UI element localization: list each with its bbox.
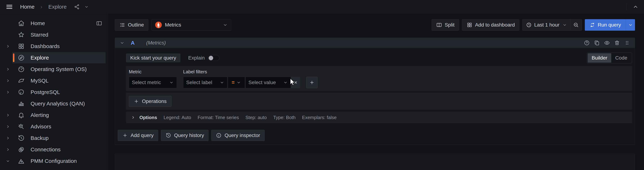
- run-query-button[interactable]: Run query: [585, 19, 626, 31]
- select-value-dropdown[interactable]: Select value: [245, 77, 291, 88]
- drag-query-handle[interactable]: [624, 40, 630, 46]
- sidebar-item-label: Starred: [30, 32, 48, 38]
- expand-chevron-icon[interactable]: [4, 113, 12, 117]
- sidebar-item-operating-system[interactable]: Operating System (OS): [12, 64, 106, 75]
- sidebar-item-label: Alerting: [30, 112, 49, 118]
- trash-icon: [614, 40, 620, 46]
- breadcrumb-home[interactable]: Home: [20, 4, 34, 10]
- mysql-dolphin-icon: [18, 77, 25, 84]
- dock-sidebar-button[interactable]: [96, 20, 102, 26]
- options-step: Step: auto: [245, 115, 267, 120]
- expand-chevron-icon[interactable]: [4, 136, 12, 140]
- add-to-dashboard-label: Add to dashboard: [475, 22, 515, 28]
- add-filter-button[interactable]: [306, 77, 318, 88]
- remove-query-button[interactable]: [614, 40, 620, 46]
- time-range-group: Last 1 hour: [522, 19, 582, 31]
- label-filter-row: Select label = Select value: [183, 77, 300, 88]
- menu-toggle-button[interactable]: [6, 3, 13, 11]
- chevron-down-icon: [169, 80, 174, 85]
- sidebar-item-label: Connections: [30, 147, 60, 153]
- explain-label: Explain: [188, 55, 205, 61]
- query-row-header: A (Metrics): [115, 38, 635, 48]
- builder-mode-tab[interactable]: Builder: [588, 53, 611, 63]
- sidebar-item-dashboards[interactable]: Dashboards: [12, 41, 106, 52]
- chevron-down-icon: [223, 22, 228, 27]
- plus-icon: [309, 80, 314, 85]
- star-icon: [18, 31, 25, 38]
- sidebar-item-label: Operating System (OS): [30, 66, 87, 72]
- expand-chevron-icon[interactable]: [4, 67, 12, 72]
- bar-chart-icon: [18, 100, 25, 107]
- select-metric-value: Select metric: [132, 80, 161, 85]
- outline-button[interactable]: Outline: [115, 19, 148, 31]
- sidebar: Home Starred Dashboards Explore: [0, 14, 108, 170]
- sidebar-item-connections[interactable]: Connections: [12, 144, 106, 155]
- split-button[interactable]: Split: [432, 19, 459, 31]
- sidebar-item-advisors[interactable]: Advisors: [12, 121, 106, 132]
- kick-start-query-button[interactable]: Kick start your query: [126, 54, 180, 62]
- sidebar-item-label: PostgreSQL: [30, 89, 60, 95]
- results-panel: [115, 154, 635, 170]
- sidebar-item-backup[interactable]: Backup: [12, 132, 106, 144]
- expand-chevron-icon[interactable]: [4, 147, 12, 152]
- query-history-label: Query history: [174, 133, 204, 138]
- add-operations-button[interactable]: Operations: [129, 96, 172, 107]
- zoom-out-time-button[interactable]: [570, 19, 582, 30]
- duplicate-query-button[interactable]: [594, 40, 600, 46]
- topbar-divider: [626, 3, 627, 10]
- add-to-dashboard-button[interactable]: Add to dashboard: [462, 19, 519, 31]
- sidebar-item-home[interactable]: Home: [12, 18, 106, 29]
- toggle-knob: [209, 56, 213, 60]
- run-query-options-caret[interactable]: [626, 19, 635, 31]
- prometheus-icon: [155, 21, 162, 28]
- datasource-picker[interactable]: Metrics: [152, 19, 231, 31]
- expand-chevron-icon[interactable]: [4, 44, 12, 49]
- breadcrumb-actions-caret[interactable]: [84, 4, 89, 9]
- collapse-chevron-icon[interactable]: [4, 159, 12, 163]
- query-row-actions: [584, 40, 630, 46]
- connections-icon: [18, 146, 25, 153]
- select-metric-dropdown[interactable]: Select metric: [129, 77, 177, 88]
- collapse-query-chevron-icon[interactable]: [120, 40, 125, 45]
- query-ref-id[interactable]: A: [131, 40, 135, 46]
- expand-chevron-icon[interactable]: [4, 78, 12, 83]
- outline-list-icon: [119, 22, 126, 28]
- chevron-down-icon: [220, 80, 224, 85]
- remove-filter-button[interactable]: [291, 77, 300, 88]
- query-history-button[interactable]: Query history: [161, 130, 209, 141]
- clock-icon: [526, 22, 532, 28]
- datasource-name: Metrics: [165, 22, 181, 28]
- expand-chevron-icon[interactable]: [4, 124, 12, 129]
- expand-chevron-icon[interactable]: [4, 90, 12, 94]
- options-exemplars: Exemplars: false: [302, 115, 336, 120]
- sidebar-item-alerting[interactable]: Alerting: [12, 109, 106, 121]
- sidebar-item-pmm-configuration[interactable]: PMM Configuration: [12, 155, 106, 167]
- dashboards-grid-icon: [18, 43, 25, 50]
- label-filters-label: Label filters: [183, 69, 318, 75]
- operator-dropdown[interactable]: =: [228, 77, 245, 88]
- split-columns-icon: [436, 22, 442, 28]
- query-inspector-button[interactable]: Query inspector: [211, 130, 264, 141]
- sidebar-item-postgresql[interactable]: PostgreSQL: [12, 86, 106, 98]
- explain-toggle[interactable]: [208, 55, 220, 61]
- gauge-icon: [18, 66, 25, 73]
- grip-dots-icon: [624, 40, 630, 46]
- select-label-dropdown[interactable]: Select label: [183, 77, 228, 88]
- sidebar-item-mysql[interactable]: MySQL: [12, 75, 106, 86]
- code-mode-tab[interactable]: Code: [611, 53, 631, 63]
- sidebar-item-query-analytics[interactable]: Query Analytics (QAN): [12, 98, 106, 109]
- top-bar: Home Explore: [0, 0, 644, 14]
- add-query-button[interactable]: Add query: [118, 130, 158, 141]
- chevron-down-icon: [283, 80, 288, 85]
- share-button[interactable]: [74, 4, 80, 10]
- options-block[interactable]: Options Legend: Auto Format: Time series…: [126, 112, 632, 123]
- outline-label: Outline: [128, 22, 144, 28]
- sidebar-item-explore[interactable]: Explore: [12, 52, 106, 64]
- query-help-button[interactable]: [584, 40, 590, 46]
- operator-value: =: [232, 80, 234, 85]
- toggle-query-visibility-button[interactable]: [604, 40, 610, 46]
- info-circle-icon: [216, 133, 222, 138]
- sidebar-item-starred[interactable]: Starred: [12, 29, 106, 41]
- collapse-topbar-button[interactable]: [632, 4, 638, 10]
- time-range-picker[interactable]: Last 1 hour: [522, 19, 570, 30]
